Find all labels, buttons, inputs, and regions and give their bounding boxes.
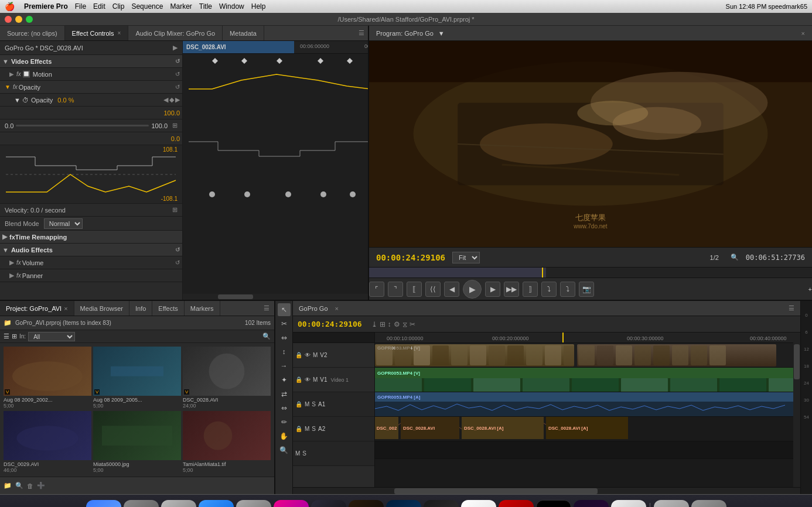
ae-arrow[interactable]: ▼ [2,246,9,254]
new-bin-btn[interactable]: 📁 [4,482,12,489]
video-effects-arrow[interactable]: ▼ [2,58,9,65]
v2-lock-icon[interactable]: 🔒 [295,352,302,358]
tl-tool-1[interactable]: ⤓ [371,320,377,328]
a1-s-icon[interactable]: S [312,401,316,407]
dock-finder2[interactable]: 🗂 [654,500,689,508]
opacity-value-display[interactable]: 0.0 % [57,97,74,104]
volume-reset[interactable]: ↺ [175,259,180,266]
tool-2[interactable]: ✂ [278,317,291,330]
search-icon[interactable]: 🔍 [262,333,271,340]
volume-expand[interactable]: ▶ [9,259,14,266]
opacity-slider[interactable] [16,125,149,126]
v2-eye-icon[interactable]: 👁 [305,352,311,358]
export-frame-btn[interactable]: 📷 [579,282,594,297]
opacity-stopwatch[interactable]: ⏱ [22,97,29,104]
timeline-scrollbar[interactable] [293,487,800,494]
list-view-btn[interactable]: ☰ [4,333,9,340]
prev-frame-btn[interactable]: ◀ [444,282,459,297]
dock-explode[interactable]: 💥 [499,500,534,508]
dock-prefs-2[interactable]: ⚙ [236,500,271,508]
add-keyframe-btn[interactable]: ⊞ [172,122,178,129]
v1-lock-icon[interactable]: 🔒 [295,376,302,383]
list-item[interactable]: V Aug 08 2009_2005... 5;00 [93,347,181,409]
dock-trash[interactable]: 🗑 [691,500,726,508]
dock-switch[interactable]: ⬛ [311,500,346,508]
scissors-icon[interactable]: ✂ [410,320,415,328]
dock-terminal[interactable]: >_ [536,500,571,508]
a2-lock-icon[interactable]: 🔒 [295,426,302,432]
tl-tool-3[interactable]: ↕ [388,320,391,328]
info-tab[interactable]: Info [129,301,152,316]
fit-selector[interactable]: Fit [452,252,480,263]
play-btn[interactable]: ▶ [463,280,482,299]
menu-file[interactable]: File [75,2,86,11]
project-close[interactable]: × [64,305,67,312]
tr-arrow[interactable]: ▶ [2,233,7,241]
menu-help[interactable]: Help [251,2,266,11]
pen-tool[interactable]: ✏ [278,416,291,429]
project-menu-btn[interactable]: ☰ [259,304,274,312]
a2-s-icon[interactable]: S [312,426,316,432]
program-timecode[interactable]: 00:00:24:29106 [376,253,445,262]
close-button[interactable] [5,16,12,23]
effect-controls-tab[interactable]: Effect Controls × [65,26,129,40]
a2-clip-1[interactable]: DSC_002 [375,417,398,439]
v1-eye-icon[interactable]: 👁 [305,376,311,383]
dock-camera[interactable]: 📷 [424,500,459,508]
new-item-btn[interactable]: ➕ [37,482,45,489]
motion-stopwatch[interactable]: 🔲 [22,70,30,78]
monitor-progress[interactable] [369,267,812,278]
dock-fonts[interactable]: A [611,500,646,508]
v2-clip-2[interactable] [577,344,776,366]
icon-view-btn[interactable]: ⊞ [12,333,17,340]
a2-clip-4[interactable]: DSC_0028.AVI [A] [546,417,628,439]
tool-4[interactable]: ↕ [278,345,291,358]
track-select-tool[interactable]: → [278,359,291,372]
opacity-reset[interactable]: ↺ [175,84,180,90]
v2-clip-1[interactable]: GOPR0053.MP4 [V] [375,344,574,366]
v1-track[interactable]: GOPR0053.MP4 [V] [375,368,793,392]
tool-3[interactable]: ⇔ [278,331,291,344]
effects-tab[interactable]: Effects [152,301,184,316]
list-item[interactable]: Miata50000.jpg 5;00 [93,411,181,474]
vscroll-thumb[interactable] [794,344,800,379]
menu-window[interactable]: Window [219,2,244,11]
project-tab[interactable]: Project: GoPro_AVI × [0,301,74,316]
dock-music[interactable]: ♪ [274,500,309,508]
v2-sync-icon[interactable]: M [313,352,318,358]
ec-hscroll-thumb[interactable] [218,294,253,299]
insert-btn[interactable]: ⤵ [541,282,557,297]
v1-sync-icon[interactable]: M [313,376,318,383]
dock-fcpx[interactable]: 🎬 [349,500,384,508]
dock-app-store[interactable]: A [199,500,234,508]
timeline-timecode[interactable]: 00:00:24:29106 [298,320,362,328]
opacity-sub-expand[interactable]: ▼ [14,97,20,104]
selection-tool[interactable]: ↖ [278,303,291,316]
list-item[interactable]: TamiAlanMiata1.tif 5;00 [183,411,271,474]
menu-sequence[interactable]: Sequence [131,2,163,11]
dock-photos[interactable]: 🌸 [461,500,496,508]
slip-tool[interactable]: ⇄ [278,388,291,400]
timeline-close[interactable]: × [335,305,339,312]
master-track[interactable] [375,441,793,459]
list-item[interactable]: DSC_0029.AVI 46;00 [4,411,91,474]
opacity-expand[interactable]: ▼ [5,84,11,90]
minimize-button[interactable] [15,16,22,23]
add-marker-btn[interactable]: + [808,286,812,293]
motion-reset[interactable]: ↺ [175,71,180,77]
add-keyframe[interactable]: ◆ [169,96,174,104]
motion-expand[interactable]: ▶ [9,71,14,77]
go-to-in-btn[interactable]: ⟦ [407,282,422,297]
monitor-dropdown[interactable]: ▼ [438,30,445,37]
a2-clip-3[interactable]: DSC_0028.AVI [A] [462,417,544,439]
a1-sync-icon[interactable]: M [305,401,309,407]
a2-sync-icon[interactable]: M [305,426,309,432]
timeline-menu-btn[interactable]: ☰ [789,304,794,312]
menu-edit[interactable]: Edit [93,2,105,11]
maximize-button[interactable] [26,16,33,23]
a2-clip-2[interactable]: DSC_0028.AVI [401,417,459,439]
list-item[interactable]: V Aug 08 2009_2002... 5;00 [4,347,91,409]
timeline-ruler[interactable]: 00:00:10:00000 00:00:20:00000 00:00:30:0… [375,333,793,343]
dock-system-prefs[interactable]: ⚙ [161,500,196,508]
delete-btn[interactable]: 🗑 [27,482,33,489]
